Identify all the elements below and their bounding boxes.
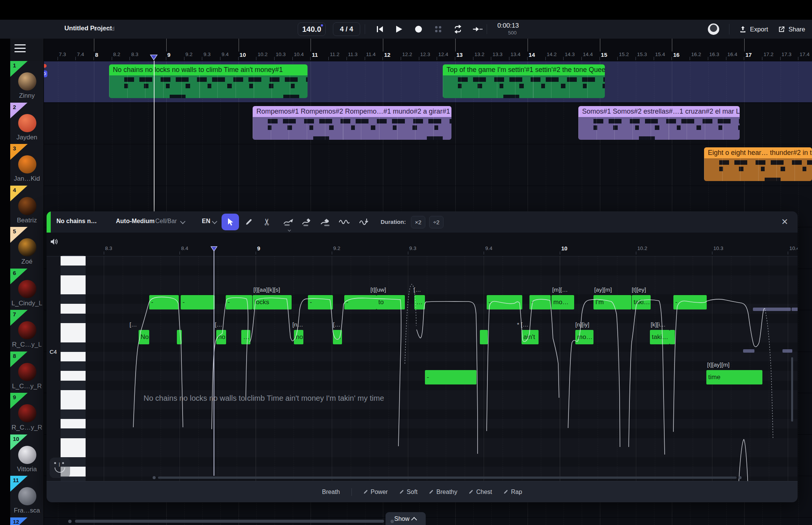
singer-avatar[interactable] (18, 487, 36, 505)
track-header[interactable]: 2Jayden (10, 103, 44, 145)
timeline-playhead-handle[interactable] (150, 55, 158, 60)
black-key[interactable] (61, 294, 86, 304)
white-key[interactable] (61, 285, 86, 295)
style-button-soft[interactable]: Soft (399, 489, 417, 495)
note[interactable]: mo… (575, 330, 593, 344)
note[interactable]: … (333, 330, 342, 344)
note[interactable]: - (673, 295, 707, 309)
record-button[interactable] (414, 25, 423, 34)
track-header[interactable]: 8L_C…y_R (10, 352, 44, 394)
track-header[interactable]: 11Fra…sca (10, 476, 44, 518)
play-button[interactable] (394, 25, 404, 34)
white-key[interactable] (61, 438, 86, 448)
track-header[interactable]: 10Vittoria (10, 434, 44, 477)
note[interactable]: locks (253, 295, 292, 309)
user-avatar[interactable] (708, 23, 719, 35)
singer-avatar[interactable] (18, 280, 36, 298)
vibrato-tool-button[interactable] (339, 217, 350, 227)
note[interactable]: … (414, 295, 425, 309)
style-button-breath[interactable]: Breath (322, 489, 340, 495)
style-button-chest[interactable]: Chest (468, 489, 492, 495)
style-button-rap[interactable]: Rap (503, 489, 522, 495)
black-key[interactable] (61, 342, 86, 352)
singer-avatar[interactable] (18, 72, 36, 91)
metronome-dots-button[interactable] (433, 25, 443, 34)
close-editor-button[interactable]: ✕ (779, 216, 790, 228)
editor-ruler[interactable]: C Major 8.38.499.29.39.41010.210.310.4 (47, 233, 798, 256)
skip-to-start-button[interactable] (375, 25, 385, 34)
timeline-clip[interactable]: Top of the game I'm settin'#1 settin'#2 … (443, 64, 605, 98)
editor-clip-name[interactable]: No chains n… (56, 218, 97, 225)
sing-mode-select[interactable]: Auto-Medium (116, 218, 155, 225)
autoscroll-button[interactable] (473, 25, 483, 34)
editor-playhead-line[interactable] (214, 248, 214, 476)
track-header[interactable]: 9R_C…y_R (10, 393, 44, 435)
note[interactable]: taki… (632, 295, 651, 309)
editor-vscrollbar[interactable] (791, 357, 793, 422)
track-header[interactable]: 5Zoé (10, 227, 44, 269)
ruler-strip[interactable] (44, 39, 812, 61)
white-key[interactable] (61, 448, 86, 458)
timeline-clip[interactable]: Eight o eight hear… thunder#2 in the (704, 147, 812, 181)
lyric-sentence[interactable]: No chains no locks no walls to climb Tim… (144, 394, 384, 403)
singer-avatar[interactable] (18, 197, 36, 215)
white-key[interactable] (61, 400, 86, 409)
track-header[interactable]: 6L_Cindy_L (10, 269, 44, 311)
export-button[interactable]: Export (739, 26, 768, 33)
language-select[interactable]: EN (202, 218, 210, 225)
black-key[interactable] (61, 428, 86, 438)
note[interactable]: - (529, 295, 551, 309)
share-button[interactable]: Share (778, 26, 805, 33)
white-key[interactable] (61, 256, 86, 266)
note[interactable]: - (487, 295, 522, 309)
note-area[interactable]: ---locks[l][aa][k][s]--to[t][uw]…[…--mo…… (86, 256, 798, 486)
note[interactable]: I'm (593, 295, 631, 309)
track-header[interactable]: 7R_C…y_L (10, 310, 44, 352)
white-key[interactable] (61, 323, 86, 333)
note[interactable]: - (181, 295, 215, 309)
black-key[interactable] (61, 314, 86, 323)
pitch-smooth-tool-button[interactable] (359, 217, 369, 227)
black-key[interactable] (61, 266, 86, 275)
timeline-clip[interactable]: No chains no locks no walls to climb Tim… (109, 64, 308, 98)
white-key[interactable] (61, 419, 86, 429)
pitch-anchor-tool-button[interactable] (302, 217, 312, 227)
note[interactable]: - (226, 295, 252, 309)
pitch-draw-tool-button[interactable] (283, 217, 294, 227)
menu-icon[interactable] (14, 44, 26, 53)
note[interactable]: no (294, 330, 303, 344)
note[interactable]: - (308, 295, 333, 309)
editor-playhead-handle[interactable] (211, 246, 217, 252)
singer-avatar[interactable] (18, 363, 36, 381)
note[interactable] (670, 330, 675, 344)
singer-avatar[interactable] (18, 404, 36, 422)
note[interactable]: … (241, 330, 250, 344)
track-header[interactable]: 3Jan…Kid (10, 144, 44, 186)
editor-hscrollbar[interactable] (153, 476, 742, 480)
white-key[interactable] (61, 275, 86, 285)
note[interactable]: taki… (650, 330, 670, 344)
duration-x2-button[interactable]: ×2 (411, 216, 425, 228)
white-key[interactable] (61, 304, 86, 314)
note[interactable]: - (344, 295, 376, 309)
singer-avatar[interactable] (18, 238, 36, 256)
singer-avatar[interactable] (18, 155, 36, 173)
cursor-tool-button[interactable] (222, 214, 239, 230)
note[interactable]: no (216, 330, 226, 344)
timeline-hscrollbar[interactable] (68, 519, 394, 523)
timeline-clip[interactable]: Rompemos#1 Rompemos#2 Rompemo…#1 mundo#2… (253, 106, 451, 140)
track-header[interactable]: 4Beatriz (10, 186, 44, 228)
timeline-playhead-line[interactable] (154, 61, 155, 211)
preview-speaker-button[interactable] (50, 238, 58, 245)
singer-avatar[interactable] (18, 446, 36, 464)
track-header[interactable]: 1Zinny (10, 61, 44, 103)
black-key[interactable] (61, 409, 86, 419)
singer-avatar[interactable] (18, 321, 36, 339)
note[interactable]: No (139, 330, 149, 344)
singer-avatar[interactable] (18, 114, 36, 132)
white-key[interactable] (61, 333, 86, 342)
sing-mode-sub[interactable]: Cell/Bar (155, 218, 177, 225)
note[interactable]: - (425, 370, 476, 384)
note[interactable] (177, 330, 182, 344)
white-key[interactable] (61, 371, 86, 381)
